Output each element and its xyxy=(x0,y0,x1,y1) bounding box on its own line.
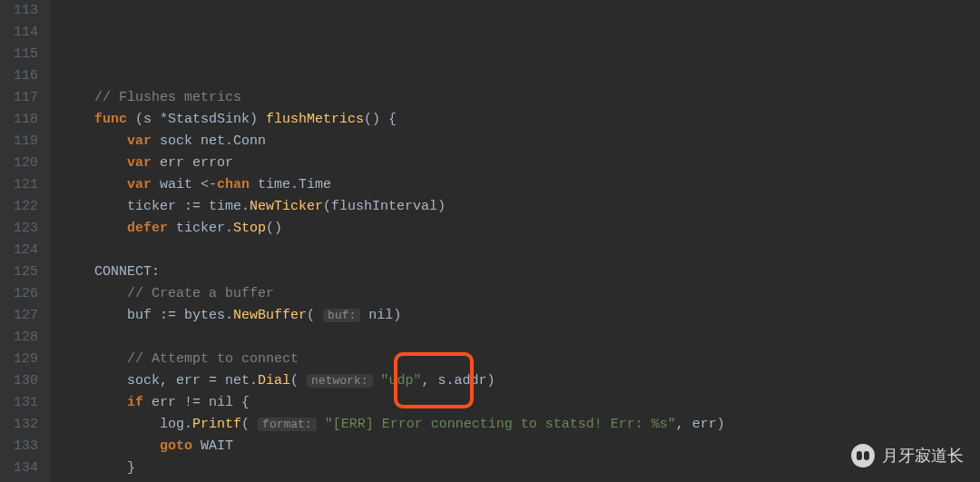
line-number: 113 xyxy=(7,0,38,22)
watermark: 月牙寂道长 xyxy=(851,444,964,467)
token-ident: err error xyxy=(152,155,233,171)
code-editor: 1131141151161171181191201211221231241251… xyxy=(0,0,980,482)
token-fn: flushMetrics xyxy=(266,112,364,127)
token-hint: buf: xyxy=(323,309,360,322)
line-number: 126 xyxy=(7,283,38,305)
code-line[interactable]: buf := bytes.NewBuffer( buf: nil) xyxy=(62,305,980,327)
token-ident xyxy=(373,373,381,389)
line-number: 127 xyxy=(7,305,38,327)
token-kw: var xyxy=(127,155,152,171)
line-number: 122 xyxy=(7,196,38,218)
line-number: 114 xyxy=(7,22,38,44)
line-number: 132 xyxy=(7,414,38,436)
line-number: 131 xyxy=(7,392,38,414)
line-number: 130 xyxy=(7,370,38,392)
line-number: 123 xyxy=(7,218,38,240)
line-number: 134 xyxy=(7,457,38,479)
token-cmt: // Flushes metrics xyxy=(94,90,241,105)
line-number: 116 xyxy=(7,65,38,87)
token-ident: () xyxy=(266,221,282,236)
token-ident: WAIT xyxy=(192,438,233,454)
code-line[interactable]: // Create a buffer xyxy=(62,283,980,305)
line-number: 120 xyxy=(7,152,38,174)
code-line[interactable]: var err error xyxy=(62,152,980,174)
code-line[interactable] xyxy=(62,65,980,87)
code-line[interactable]: goto WAIT xyxy=(62,436,980,457)
token-ident: (s *StatsdSink) xyxy=(127,112,266,127)
token-ident: time.Time xyxy=(250,177,331,192)
token-ident: log. xyxy=(160,417,192,432)
token-fn: Printf xyxy=(192,417,241,432)
line-number: 133 xyxy=(7,436,38,457)
token-fn: Dial xyxy=(258,373,290,389)
token-ident: ( xyxy=(290,373,307,389)
token-ident: , err) xyxy=(676,417,725,432)
token-ident xyxy=(317,417,325,432)
code-line[interactable]: var sock net.Conn xyxy=(62,131,980,152)
token-ident: ( xyxy=(241,417,258,432)
token-ident: () { xyxy=(364,112,397,127)
code-line[interactable]: if err != nil { xyxy=(62,392,980,414)
token-ident: ( xyxy=(307,308,323,323)
token-kw: var xyxy=(127,133,152,149)
code-line[interactable]: ticker := time.NewTicker(flushInterval) xyxy=(62,196,980,218)
token-str: "udp" xyxy=(381,373,422,389)
line-number: 118 xyxy=(7,109,38,131)
token-str: "[ERR] Error connecting to statsd! Err: … xyxy=(325,417,676,432)
line-number: 119 xyxy=(7,131,38,152)
token-fn: NewBuffer xyxy=(233,308,307,323)
token-ident: buf := bytes. xyxy=(127,308,233,323)
token-kw: defer xyxy=(127,221,168,236)
line-number: 124 xyxy=(7,240,38,261)
token-ident: , s.addr) xyxy=(422,373,495,389)
token-ident: CONNECT: xyxy=(94,264,160,280)
token-kw: var xyxy=(127,177,152,192)
token-kw: if xyxy=(127,395,143,410)
token-ident: err != nil { xyxy=(143,395,250,410)
wechat-icon xyxy=(851,444,875,467)
line-number: 115 xyxy=(7,44,38,65)
line-number-gutter: 1131141151161171181191201211221231241251… xyxy=(0,0,51,482)
code-line[interactable]: log.Printf( format: "[ERR] Error connect… xyxy=(62,414,980,436)
token-hint: network: xyxy=(307,374,372,388)
code-line[interactable]: // Flushes metrics xyxy=(62,87,980,109)
token-ident: (flushInterval) xyxy=(323,199,446,214)
token-cmt: // Create a buffer xyxy=(127,286,274,301)
code-line[interactable]: var wait <-chan time.Time xyxy=(62,174,980,196)
line-number: 121 xyxy=(7,174,38,196)
token-ident: ticker. xyxy=(168,221,233,236)
line-number: 128 xyxy=(7,327,38,349)
code-line[interactable] xyxy=(62,240,980,261)
code-line[interactable]: // Attempt to connect xyxy=(62,349,980,370)
token-ident: nil) xyxy=(360,308,401,323)
token-fn: Stop xyxy=(233,221,266,236)
watermark-text: 月牙寂道长 xyxy=(882,445,964,467)
token-cmt: // Attempt to connect xyxy=(127,351,299,367)
token-ident: wait <- xyxy=(152,177,217,192)
code-line[interactable]: sock, err = net.Dial( network: "udp", s.… xyxy=(62,370,980,392)
code-area[interactable]: // Flushes metrics func (s *StatsdSink) … xyxy=(51,0,980,482)
token-ident: ticker := time. xyxy=(127,199,250,214)
token-ident: sock, err = net. xyxy=(127,373,258,389)
token-hint: format: xyxy=(258,418,317,431)
token-kw: goto xyxy=(160,438,192,454)
token-fn: NewTicker xyxy=(250,199,323,214)
code-line[interactable]: } xyxy=(62,457,980,479)
token-ident: } xyxy=(127,460,135,476)
token-kw: chan xyxy=(217,177,250,192)
line-number: 117 xyxy=(7,87,38,109)
token-ident: sock net.Conn xyxy=(152,133,266,149)
token-kw: func xyxy=(94,112,127,127)
line-number: 129 xyxy=(7,349,38,370)
code-line[interactable]: defer ticker.Stop() xyxy=(62,218,980,240)
code-line[interactable] xyxy=(62,327,980,349)
code-line[interactable]: func (s *StatsdSink) flushMetrics() { xyxy=(62,109,980,131)
code-line[interactable]: CONNECT: xyxy=(62,261,980,283)
line-number: 125 xyxy=(7,261,38,283)
